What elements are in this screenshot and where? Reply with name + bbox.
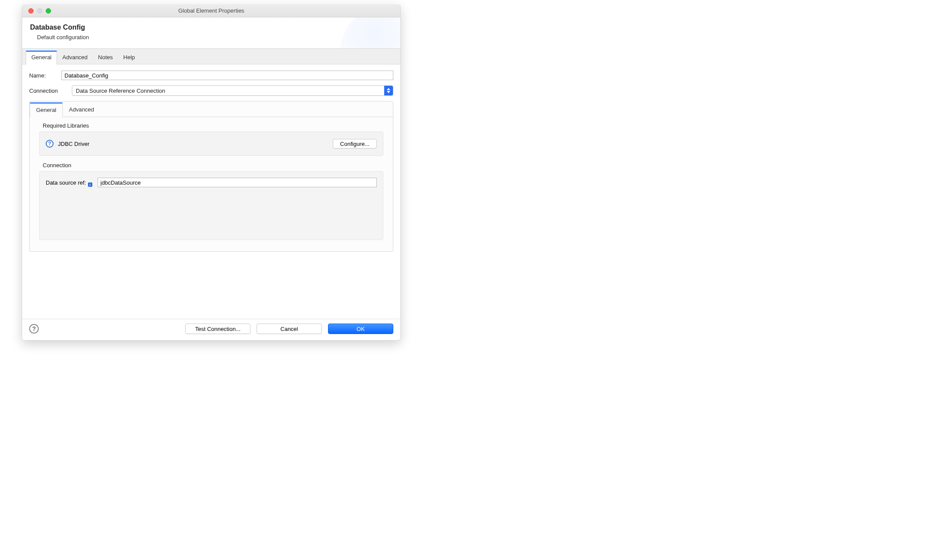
tab-notes[interactable]: Notes <box>93 51 118 64</box>
question-icon: ? <box>46 140 54 148</box>
name-input[interactable] <box>61 71 393 80</box>
driver-label: JDBC Driver <box>58 141 89 147</box>
help-icon[interactable]: ? <box>29 324 39 334</box>
tab-advanced[interactable]: Advanced <box>57 51 93 64</box>
main-area: General Advanced Notes Help Name: Connec… <box>22 48 400 319</box>
dialog-window: Global Element Properties Database Confi… <box>22 4 401 341</box>
ok-button[interactable]: OK <box>328 324 393 334</box>
page-subtitle: Default configuration <box>37 34 392 40</box>
titlebar: Global Element Properties <box>22 4 400 17</box>
connection-section-label: Connection <box>43 162 383 169</box>
info-icon: i <box>88 182 92 187</box>
name-label: Name: <box>29 72 56 79</box>
configure-button[interactable]: Configure... <box>333 139 377 148</box>
inner-body: Required Libraries ? JDBC Driver Configu… <box>30 117 393 245</box>
cancel-button[interactable]: Cancel <box>257 324 322 334</box>
connection-value: Data Source Reference Connection <box>72 88 165 94</box>
header: Database Config Default configuration <box>22 17 400 48</box>
data-source-label: Data source ref: <box>46 179 86 186</box>
data-source-row: Data source ref: i <box>46 178 377 187</box>
tab-general[interactable]: General <box>26 51 57 64</box>
connection-box: Data source ref: i <box>39 171 383 240</box>
window-title: Global Element Properties <box>22 7 400 14</box>
test-connection-button[interactable]: Test Connection... <box>185 324 250 334</box>
footer: ? Test Connection... Cancel OK <box>22 319 400 340</box>
connection-label: Connection <box>29 88 67 94</box>
required-libraries-label: Required Libraries <box>43 122 383 129</box>
page-title: Database Config <box>30 24 392 31</box>
connection-row: Connection Data Source Reference Connect… <box>29 85 393 96</box>
inner-tab-general[interactable]: General <box>30 102 63 117</box>
tab-help[interactable]: Help <box>118 51 140 64</box>
required-libraries-box: ? JDBC Driver Configure... <box>39 132 383 156</box>
connection-select[interactable]: Data Source Reference Connection <box>72 85 393 96</box>
connection-section: Connection Data source ref: i <box>39 162 383 240</box>
tab-body: Name: Connection Data Source Reference C… <box>22 64 400 258</box>
connection-panel: General Advanced Required Libraries ? JD… <box>29 101 393 252</box>
driver-row: ? JDBC Driver Configure... <box>46 137 377 150</box>
name-row: Name: <box>29 71 393 80</box>
inner-tab-advanced[interactable]: Advanced <box>63 102 100 117</box>
inner-tabs: General Advanced <box>30 102 393 117</box>
top-tabs: General Advanced Notes Help <box>22 51 400 64</box>
data-source-input[interactable] <box>98 178 377 187</box>
blank-area <box>22 258 400 319</box>
chevron-updown-icon <box>384 86 393 95</box>
